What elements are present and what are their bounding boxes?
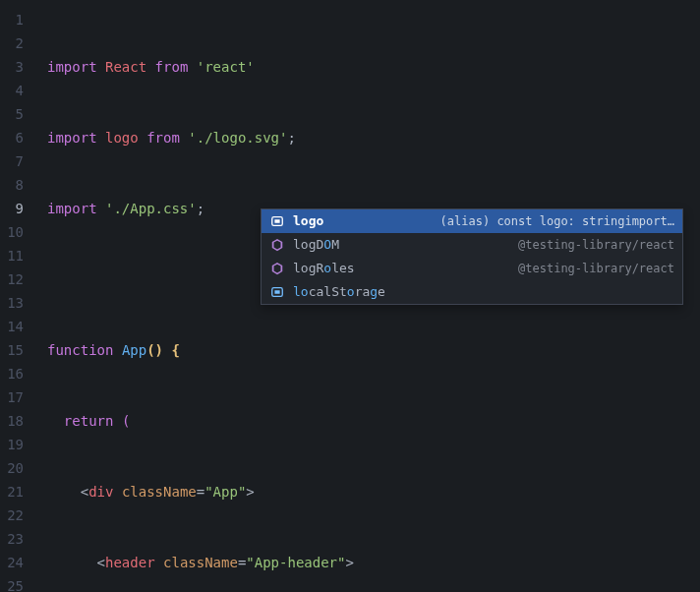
identifier: logo	[105, 130, 139, 146]
keyword: function	[47, 342, 113, 358]
suggest-label: logDOM	[293, 233, 339, 257]
line-number[interactable]: 15	[0, 338, 24, 362]
paren: (	[122, 413, 130, 429]
tag: div	[88, 484, 113, 500]
keyword: import	[47, 201, 97, 216]
line-number[interactable]: 13	[0, 291, 24, 315]
line-number[interactable]: 17	[0, 385, 24, 409]
line-number[interactable]: 9	[0, 197, 24, 220]
suggest-label: localStorage	[293, 280, 385, 304]
variable-icon	[269, 284, 285, 300]
line-number[interactable]: 18	[0, 409, 24, 433]
identifier: React	[105, 59, 146, 75]
method-icon	[269, 237, 285, 253]
intellisense-popup[interactable]: logo(alias) const logo: stringimport…log…	[261, 208, 683, 305]
method-icon	[269, 261, 285, 276]
string: "App"	[204, 484, 246, 500]
line-number[interactable]: 23	[0, 527, 24, 551]
suggest-label: logo	[293, 209, 323, 233]
code-area[interactable]: import React from 'react' import logo fr…	[39, 0, 700, 592]
line-number[interactable]: 8	[0, 173, 24, 197]
suggest-detail: @testing-library/react	[518, 257, 674, 280]
line-number[interactable]: 25	[0, 574, 24, 592]
string: 'react'	[197, 59, 255, 75]
line-number[interactable]: 12	[0, 267, 24, 291]
attr: className	[122, 484, 197, 500]
code-editor: 1234567891011121314151617181920212223242…	[0, 0, 700, 592]
line-number[interactable]: 14	[0, 315, 24, 338]
suggest-label: logRoles	[293, 257, 355, 280]
line-number-gutter[interactable]: 1234567891011121314151617181920212223242…	[0, 0, 39, 592]
suggest-item[interactable]: logDOM@testing-library/react	[262, 233, 682, 257]
string: "App-header"	[246, 555, 345, 570]
line-number[interactable]: 19	[0, 433, 24, 456]
line-number[interactable]: 10	[0, 220, 24, 244]
tag: header	[105, 555, 155, 570]
line-number[interactable]: 2	[0, 31, 24, 55]
line-number[interactable]: 6	[0, 126, 24, 149]
svg-rect-3	[274, 290, 279, 294]
keyword: import	[47, 59, 97, 75]
line-number[interactable]: 5	[0, 102, 24, 126]
attr: className	[163, 555, 238, 570]
svg-rect-1	[274, 219, 279, 223]
line-number[interactable]: 11	[0, 244, 24, 267]
keyword: return	[64, 413, 114, 429]
keyword: from	[146, 130, 180, 146]
line-number[interactable]: 20	[0, 456, 24, 480]
line-number[interactable]: 21	[0, 480, 24, 503]
suggest-item[interactable]: logRoles@testing-library/react	[262, 257, 682, 280]
parens: ()	[146, 342, 163, 358]
line-number[interactable]: 4	[0, 79, 24, 102]
line-number[interactable]: 24	[0, 551, 24, 574]
line-number[interactable]: 3	[0, 55, 24, 79]
function-name: App	[122, 342, 146, 358]
suggest-item[interactable]: localStorage	[262, 280, 682, 304]
string: './App.css'	[105, 201, 197, 216]
suggest-detail: (alias) const logo: stringimport…	[440, 209, 674, 233]
line-number[interactable]: 16	[0, 362, 24, 385]
line-number[interactable]: 7	[0, 149, 24, 173]
line-number[interactable]: 1	[0, 8, 24, 31]
keyword: import	[47, 130, 97, 146]
suggest-item[interactable]: logo(alias) const logo: stringimport…	[262, 209, 682, 233]
variable-icon	[269, 213, 285, 229]
string: './logo.svg'	[188, 130, 287, 146]
keyword: from	[155, 59, 189, 75]
line-number[interactable]: 22	[0, 503, 24, 527]
suggest-detail: @testing-library/react	[518, 233, 674, 257]
brace: {	[171, 342, 179, 358]
